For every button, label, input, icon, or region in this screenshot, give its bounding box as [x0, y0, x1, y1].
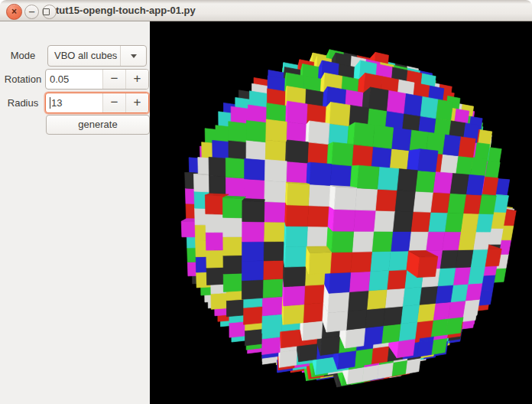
window-title: tut15-opengl-touch-app-01.py [56, 0, 196, 21]
radius-value: 13 [51, 97, 62, 109]
mode-dropdown-value: VBO all cubes [48, 46, 120, 66]
radius-spinbox: 13 − + [45, 93, 149, 113]
text-cursor [50, 97, 50, 109]
minimize-button[interactable]: ‒ [24, 5, 39, 19]
chevron-down-icon [131, 54, 137, 58]
mode-dropdown[interactable]: VBO all cubes [47, 45, 147, 67]
mode-label: Mode [0, 45, 46, 67]
control-panel: Mode VBO all cubes Rotation 0.05 − + Rad… [0, 21, 150, 404]
radius-label: Radius [0, 93, 46, 113]
radius-increment-button[interactable]: + [125, 93, 148, 112]
app-window: × ‒ tut15-opengl-touch-app-01.py Mode VB… [0, 0, 532, 404]
rotation-input[interactable]: 0.05 [46, 70, 102, 89]
titlebar: × ‒ tut15-opengl-touch-app-01.py [0, 0, 532, 21]
close-button[interactable]: × [6, 4, 22, 20]
rotation-label: Rotation [0, 69, 46, 90]
minimize-icon: ‒ [25, 5, 38, 17]
rotation-increment-button[interactable]: + [125, 70, 148, 89]
close-icon: × [7, 5, 21, 19]
radius-decrement-button[interactable]: − [102, 93, 125, 112]
maximize-button[interactable] [42, 5, 57, 19]
rotation-decrement-button[interactable]: − [102, 70, 125, 89]
gl-viewport [150, 21, 532, 404]
dropdown-arrow-box[interactable] [120, 46, 146, 66]
generate-button[interactable]: generate [46, 115, 150, 135]
radius-input[interactable]: 13 [46, 93, 102, 112]
voxel-sphere-canvas[interactable] [150, 21, 532, 404]
maximize-icon [43, 8, 50, 15]
rotation-spinbox: 0.05 − + [45, 69, 149, 90]
